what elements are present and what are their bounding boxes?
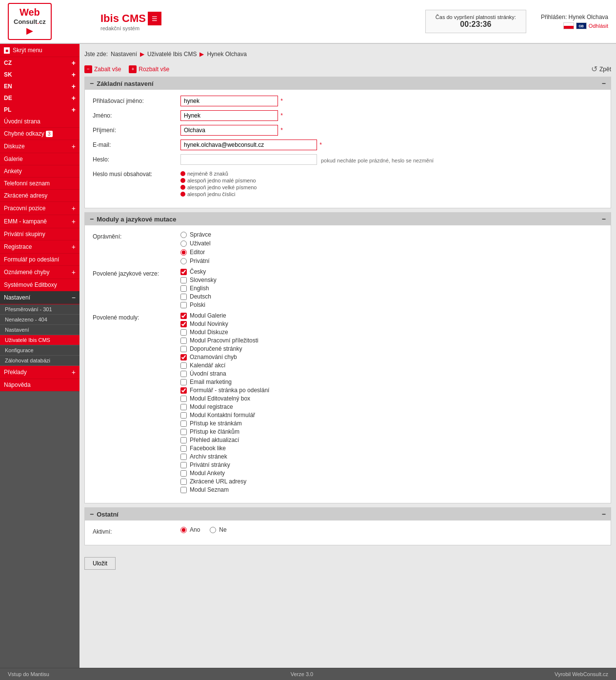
sidebar-lang-de[interactable]: DE + <box>0 92 79 104</box>
permission-editor-radio[interactable] <box>180 249 187 256</box>
subnav-item-nenalezeno[interactable]: Nenalezeno - 404 <box>0 315 79 325</box>
module-privatni-checkbox[interactable] <box>180 462 187 468</box>
sidebar-pracovni-expand-icon[interactable]: + <box>72 204 76 212</box>
sidebar-item-pracovni-pozice[interactable]: Pracovní pozice + <box>0 202 79 215</box>
sidebar-item-uvodni-strana[interactable]: Úvodní strana <box>0 116 79 128</box>
module-ankety-checkbox[interactable] <box>180 470 187 477</box>
surname-input[interactable] <box>180 125 278 136</box>
module-email-marketing-checkbox[interactable] <box>180 379 187 385</box>
footer-webconsult-link[interactable]: Vyrobil WebConsult.cz <box>555 671 608 677</box>
subnav-item-konfigurace[interactable]: Konfigurace <box>0 345 79 356</box>
section-modules-collapse-icon[interactable]: − <box>90 215 94 223</box>
module-pristup-strankam-checkbox[interactable] <box>180 420 187 427</box>
module-novinky-checkbox[interactable] <box>180 321 187 327</box>
sidebar-preklady-expand-icon[interactable]: + <box>72 368 76 376</box>
toolbar: − Zabalt vše + Rozbalt vše ↺ Zpět <box>84 64 611 74</box>
sidebar-chyby-expand-icon[interactable]: + <box>72 268 76 276</box>
sidebar-lang-pl[interactable]: PL + <box>0 104 79 116</box>
module-zkracene-label: Zkrácené URL adresy <box>190 478 246 485</box>
section-other-collapse2-icon[interactable]: − <box>602 510 606 518</box>
subnav-item-uzivatele[interactable]: Uživatelé Ibis CMS <box>0 335 79 345</box>
sidebar-item-chybne-odkazy[interactable]: Chybné odkazy 3 <box>0 128 79 140</box>
sidebar-registrace-expand-icon[interactable]: + <box>72 243 76 251</box>
sidebar-emm-expand-icon[interactable]: + <box>72 218 76 225</box>
lang-english-checkbox[interactable] <box>180 285 187 292</box>
sidebar-item-galerie[interactable]: Galerie <box>0 153 79 165</box>
logout-link[interactable]: Odhlásit <box>589 23 608 29</box>
module-oznamovani-checkbox[interactable] <box>180 354 187 360</box>
sidebar-item-telefonni-seznam[interactable]: Telefonní seznam <box>0 178 79 190</box>
section-other-collapse-icon[interactable]: − <box>90 510 94 518</box>
module-prehled-checkbox[interactable] <box>180 437 187 443</box>
lang-de-plus-icon[interactable]: + <box>72 94 76 102</box>
module-seznam-checkbox[interactable] <box>180 487 187 493</box>
module-facebook-checkbox[interactable] <box>180 445 187 452</box>
sidebar-item-ankety[interactable]: Ankety <box>0 165 79 178</box>
active-ano-radio[interactable] <box>180 527 187 533</box>
sidebar-nastaveni-collapse-icon[interactable]: − <box>72 294 76 301</box>
sidebar-lang-en[interactable]: EN + <box>0 80 79 92</box>
breadcrumb-item-uzivatele[interactable]: Uživatelé Ibis CMS <box>147 51 197 58</box>
lang-deutsch-checkbox[interactable] <box>180 294 187 300</box>
active-ne-radio[interactable] <box>210 527 216 533</box>
subnav-item-presmerovani[interactable]: Přesměrování - 301 <box>0 304 79 315</box>
breadcrumb-item-nastaveni[interactable]: Nastavení <box>111 51 137 58</box>
footer-mantis-link[interactable]: Vstup do Mantisu <box>8 671 49 677</box>
module-editovatelny-checkbox[interactable] <box>180 396 187 402</box>
sidebar-lang-cz[interactable]: CZ + <box>0 57 79 69</box>
module-uvodni-checkbox[interactable] <box>180 371 187 377</box>
form-label-langs: Povolené jazykové verze: <box>93 268 180 277</box>
module-zkracene-checkbox[interactable] <box>180 479 187 485</box>
sidebar-lang-sk[interactable]: SK + <box>0 69 79 80</box>
lang-polski: Polski <box>180 301 603 308</box>
permission-uzivatel-radio[interactable] <box>180 240 187 247</box>
hide-menu-button[interactable]: ■ Skrýt menu <box>0 44 79 57</box>
sidebar-item-nastaveni[interactable]: Nastavení − <box>0 291 79 304</box>
login-input[interactable] <box>180 96 278 106</box>
subnav-item-nastaveni[interactable]: Nastavení <box>0 325 79 335</box>
sidebar-item-formular-po-odeslani[interactable]: Formulář po odeslání <box>0 254 79 266</box>
lang-polski-checkbox[interactable] <box>180 302 187 308</box>
module-archiv-checkbox[interactable] <box>180 454 187 460</box>
module-doporucene-checkbox[interactable] <box>180 346 187 352</box>
sidebar-item-diskuze[interactable]: Diskuze + <box>0 140 79 153</box>
sidebar-diskuze-expand-icon[interactable]: + <box>72 142 76 150</box>
section-basic-collapse-icon[interactable]: − <box>90 80 94 87</box>
lang-slovensky-checkbox[interactable] <box>180 277 187 283</box>
sidebar-item-napoveda[interactable]: Nápověda <box>0 379 79 391</box>
permission-spravce-radio[interactable] <box>180 232 187 238</box>
module-pracovni-checkbox[interactable] <box>180 338 187 344</box>
module-registrace-checkbox[interactable] <box>180 404 187 410</box>
sidebar-item-emm-kampane[interactable]: EMM - kampaně + <box>0 215 79 228</box>
lang-cesky-checkbox[interactable] <box>180 269 187 275</box>
sidebar-item-registrace[interactable]: Registrace + <box>0 240 79 254</box>
sidebar-item-oznamene-chyby[interactable]: Oznámené chyby + <box>0 266 79 279</box>
expand-all-button[interactable]: + Rozbalt vše <box>129 65 169 73</box>
collapse-all-button[interactable]: − Zabalt vše <box>84 65 121 73</box>
permission-privatni-radio[interactable] <box>180 258 187 264</box>
sidebar-item-label: Ankety <box>4 168 22 175</box>
module-pristup-clankum-checkbox[interactable] <box>180 429 187 435</box>
sidebar-item-preklady[interactable]: Překlady + <box>0 366 79 379</box>
lang-sk-plus-icon[interactable]: + <box>72 71 76 79</box>
name-input[interactable] <box>180 110 278 121</box>
save-button[interactable]: Uložit <box>84 557 116 570</box>
lang-pl-plus-icon[interactable]: + <box>72 106 76 114</box>
password-input[interactable] <box>180 154 317 165</box>
module-galerie-checkbox[interactable] <box>180 313 187 319</box>
section-basic-collapse2-icon[interactable]: − <box>602 80 606 87</box>
sidebar-item-privatni-skupiny[interactable]: Privátní skupiny <box>0 228 79 240</box>
module-kontaktni-checkbox[interactable] <box>180 412 187 419</box>
lang-en-plus-icon[interactable]: + <box>72 82 76 90</box>
email-input[interactable] <box>180 140 317 150</box>
module-kalendar-checkbox[interactable] <box>180 362 187 369</box>
subnav-item-zalohovat[interactable]: Zálohovat databázi <box>0 356 79 366</box>
sidebar-item-zkracene-adresy[interactable]: Zkrácené adresy <box>0 190 79 202</box>
module-diskuze-checkbox[interactable] <box>180 329 187 336</box>
module-formular-checkbox[interactable] <box>180 387 187 394</box>
section-modules-collapse2-icon[interactable]: − <box>602 215 606 223</box>
sidebar-item-systemove-editboxy[interactable]: Systémové Editboxy <box>0 279 79 291</box>
lang-cz-plus-icon[interactable]: + <box>72 59 76 67</box>
module-kontaktni: Modul Kontaktní formulář <box>180 412 603 419</box>
back-button[interactable]: ↺ Zpět <box>591 64 611 74</box>
